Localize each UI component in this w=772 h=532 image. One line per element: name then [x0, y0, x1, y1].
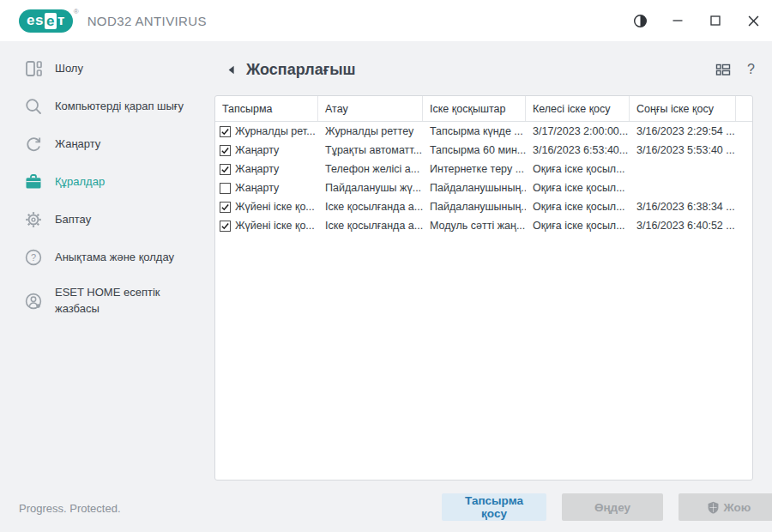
delete-button[interactable]: Жою [679, 493, 772, 521]
product-title: NOD32 ANTIVIRUS [87, 14, 207, 28]
edit-button[interactable]: Өңдеу [562, 493, 663, 521]
footer-buttons: Тапсырма қосуӨңдеуЖоюӘдепкі [442, 493, 772, 521]
task-row[interactable]: Жүйені іске қо...Іске қосылғанда а...Мод… [215, 216, 752, 235]
eset-logo-pill: eseт [19, 9, 73, 33]
task-type-label: Жүйені іске қо... [235, 220, 315, 232]
column-header[interactable]: Келесі іске қосу [526, 96, 630, 121]
title-bar: eseт ® NOD32 ANTIVIRUS [0, 0, 772, 41]
sidebar-item-tools[interactable]: Құралдар [0, 163, 214, 201]
status-tagline: Progress. Protected. [19, 502, 121, 515]
column-header-empty [736, 96, 752, 121]
task-cell [630, 178, 736, 197]
task-cell: Тапсырма 60 мин... [423, 141, 526, 160]
column-header[interactable]: Атау [318, 96, 423, 121]
task-cell: Оқиға іске қосыл... [526, 197, 630, 216]
sidebar-item-help[interactable]: ?Анықтама және қолдау [0, 239, 214, 276]
task-cell: 3/16/2023 6:40:52 ... [630, 216, 736, 235]
task-cell: Оқиға іске қосыл... [526, 216, 630, 235]
sidebar-nav: ШолуКомпьютерді қарап шығуЖаңартуҚұралда… [0, 50, 214, 326]
scheduler-table: ТапсырмаАтауІске қосқыштарКелесі іске қо… [214, 95, 753, 481]
task-checkbox-checked[interactable] [220, 202, 231, 213]
question-circle-icon: ? [24, 248, 43, 267]
gear-icon [24, 210, 43, 229]
task-cell: Интернетке теру ... [423, 160, 526, 178]
button-label: Өңдеу [594, 501, 630, 514]
task-cell: Оқиға іске қосыл... [526, 178, 630, 197]
sidebar-item-overview[interactable]: Шолу [0, 50, 214, 88]
task-cell: Тапсырма күнде ... [423, 122, 526, 141]
sidebar-item-label: Жаңарту [55, 136, 109, 153]
task-checkbox-checked[interactable] [220, 221, 231, 232]
task-checkbox-unchecked[interactable] [220, 183, 231, 194]
contrast-icon[interactable] [621, 6, 659, 35]
task-cell: Телефон желісі а... [318, 160, 423, 178]
task-cell [630, 160, 736, 178]
account-icon [24, 292, 43, 311]
task-row[interactable]: ЖаңартуТелефон желісі а...Интернетке тер… [215, 160, 752, 178]
task-cell: 3/17/2023 2:00:00... [526, 122, 630, 141]
sidebar-item-scan[interactable]: Компьютерді қарап шығу [0, 88, 214, 125]
close-button[interactable] [734, 6, 772, 35]
logo-text-boxed: e [45, 13, 57, 29]
maximize-button[interactable] [697, 6, 734, 35]
sidebar-item-label: Шолу [55, 61, 92, 77]
button-label: Тапсырма қосу [457, 494, 531, 520]
task-cell: Іске қосылғанда а... [318, 197, 423, 216]
column-header[interactable]: Тапсырма [215, 96, 318, 121]
registered-mark: ® [74, 8, 79, 15]
task-cell: Жаңарту [215, 178, 318, 197]
column-header[interactable]: Іске қосқыштар [423, 96, 526, 121]
task-type-label: Жүйені іске қо... [235, 201, 315, 213]
task-checkbox-checked[interactable] [220, 126, 231, 137]
svg-text:?: ? [31, 252, 36, 263]
task-cell: 3/16/2023 5:53:40 ... [630, 141, 736, 160]
task-row[interactable]: ЖаңартуТұрақты автоматт...Тапсырма 60 ми… [215, 141, 752, 160]
task-cell: Жаңарту [215, 141, 318, 160]
eset-logo: eseт ® [19, 9, 79, 33]
task-row[interactable]: Жүйені іске қо...Іске қосылғанда а...Пай… [215, 197, 752, 216]
logo-text: т [57, 12, 65, 29]
task-cell: Жүйені іске қо... [215, 216, 318, 235]
task-cell: Модуль сәтті жаң... [423, 216, 526, 235]
task-cell: Жаңарту [215, 160, 318, 178]
task-type-label: Жаңарту [235, 144, 279, 156]
sidebar: ШолуКомпьютерді қарап шығуЖаңартуҚұралда… [0, 41, 214, 532]
task-row[interactable]: Журналды рет...Журналды реттеуТапсырма к… [215, 122, 752, 141]
task-cell: Пайдаланушының... [423, 178, 526, 197]
task-cell: Оқиға іске қосыл... [526, 160, 630, 178]
task-checkbox-checked[interactable] [220, 164, 231, 175]
task-type-label: Жаңарту [235, 163, 279, 175]
sidebar-item-label: Құралдар [55, 174, 113, 190]
sidebar-item-eset-home[interactable]: ESET HOME есептік жазбасы [0, 276, 214, 326]
task-type-label: Журналды рет... [235, 125, 316, 137]
button-label: Жою [724, 501, 751, 514]
task-cell: Жүйені іске қо... [215, 197, 318, 216]
page-title: Жоспарлағыш [246, 61, 356, 79]
task-type-label: Жаңарту [235, 182, 279, 194]
task-cell: 3/16/2023 6:53:40... [526, 141, 630, 160]
sidebar-item-label: ESET HOME есептік жазбасы [55, 285, 214, 317]
table-header-row: ТапсырмаАтауІске қосқыштарКелесі іске қо… [215, 96, 752, 122]
sidebar-item-setup[interactable]: Баптау [0, 201, 214, 239]
task-cell: Іске қосылғанда а... [318, 216, 423, 235]
briefcase-icon [24, 172, 43, 191]
window-controls [621, 0, 772, 41]
scheduler-view-icon[interactable] [715, 61, 732, 78]
task-checkbox-checked[interactable] [220, 145, 231, 156]
magnifier-icon [24, 97, 43, 116]
minimize-button[interactable] [659, 6, 697, 35]
add-task-button[interactable]: Тапсырма қосу [442, 493, 546, 521]
sidebar-item-update[interactable]: Жаңарту [0, 125, 214, 163]
task-cell: 3/16/2023 2:29:54 ... [630, 122, 736, 141]
main-header: Жоспарлағыш ? [227, 57, 755, 82]
task-cell: 3/16/2023 6:38:34 ... [630, 197, 736, 216]
overview-icon [24, 59, 43, 78]
help-icon[interactable]: ? [747, 62, 755, 77]
sidebar-item-label: Анықтама және қолдау [55, 250, 183, 266]
back-button[interactable] [227, 63, 239, 76]
column-header[interactable]: Соңғы іске қосу [630, 96, 736, 121]
task-cell: Журналды реттеу [318, 122, 423, 141]
task-row[interactable]: ЖаңартуПайдаланушы жү...Пайдаланушының..… [215, 178, 752, 197]
sidebar-item-label: Баптау [55, 212, 100, 228]
table-body: Журналды рет...Журналды реттеуТапсырма к… [215, 122, 752, 235]
